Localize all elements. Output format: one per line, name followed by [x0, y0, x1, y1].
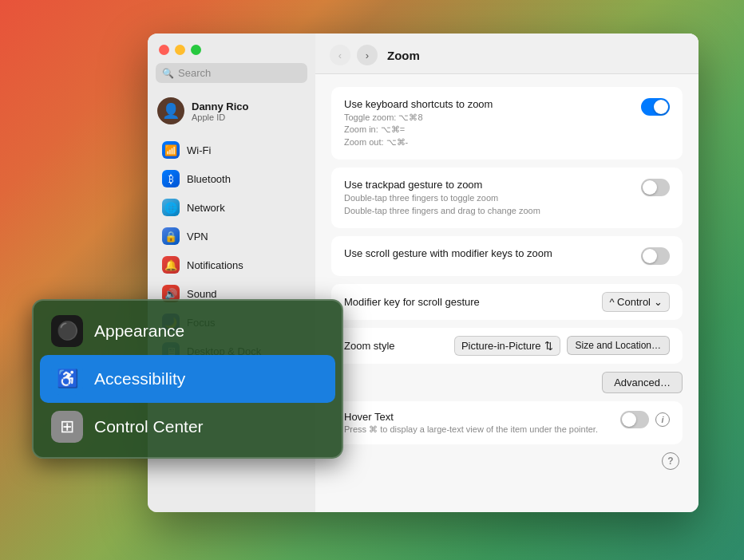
search-placeholder: Search: [178, 67, 211, 79]
bluetooth-icon: ₿: [162, 170, 180, 187]
size-location-button[interactable]: Size and Location…: [567, 336, 670, 355]
sidebar-item-bluetooth[interactable]: ₿ Bluetooth: [152, 165, 311, 192]
modifier-key-row: Modifier key for scroll gesture ^ Contro…: [331, 284, 683, 320]
main-content: ‹ › Zoom Use keyboard shortcuts to zoom …: [315, 34, 698, 512]
scroll-gesture-item: Use scroll gesture with modifier keys to…: [344, 247, 670, 265]
hover-text-subtitle: Press ⌘ to display a large-text view of …: [344, 424, 611, 435]
page-title: Zoom: [387, 49, 420, 62]
zoom-style-controls: Picture-in-Picture ⇅ Size and Location…: [454, 336, 670, 356]
popup-label-accessibility: Accessibility: [94, 369, 185, 388]
sidebar-item-notifications[interactable]: 🔔 Notifications: [152, 251, 311, 278]
trackpad-gesture-item: Use trackpad gesture to zoom Double-tap …: [344, 179, 670, 217]
keyboard-shortcuts-row: Use keyboard shortcuts to zoom Toggle zo…: [331, 87, 683, 160]
user-name: Danny Rico: [192, 101, 249, 112]
sidebar-item-network[interactable]: 🌐 Network: [152, 194, 311, 221]
control-center-icon: ⊞: [51, 411, 83, 443]
forward-icon: ›: [366, 49, 369, 61]
toolbar: ‹ › Zoom: [315, 34, 698, 74]
user-info: Danny Rico Apple ID: [192, 101, 249, 122]
modifier-key-value: ^ Control: [609, 296, 651, 308]
vpn-icon: 🔒: [162, 227, 180, 245]
hover-text-controls: i: [620, 411, 670, 428]
hover-text-info-button[interactable]: i: [655, 412, 670, 427]
back-icon: ‹: [338, 49, 342, 61]
zoom-style-arrows-icon: ⇅: [544, 340, 553, 352]
keyboard-shortcuts-item: Use keyboard shortcuts to zoom Toggle zo…: [344, 98, 670, 148]
avatar: 👤: [157, 97, 184, 124]
wifi-icon: 📶: [162, 141, 180, 159]
zoom-style-label: Zoom style: [344, 340, 395, 352]
trackpad-gesture-toggle[interactable]: [641, 179, 670, 196]
keyboard-shortcuts-title: Use keyboard shortcuts to zoom: [344, 98, 631, 110]
sidebar-label-vpn: VPN: [187, 231, 208, 243]
sidebar-label-network: Network: [187, 202, 225, 214]
scroll-gesture-label: Use scroll gesture with modifier keys to…: [344, 247, 631, 259]
modifier-key-label: Modifier key for scroll gesture: [344, 296, 480, 308]
notifications-icon: 🔔: [162, 256, 180, 274]
zoom-style-row: Zoom style Picture-in-Picture ⇅ Size and…: [331, 328, 683, 364]
trackpad-gesture-subtitle: Double-tap three fingers to toggle zoomD…: [344, 192, 631, 217]
keyboard-shortcuts-subtitle: Toggle zoom: ⌥⌘8Zoom in: ⌥⌘=Zoom out: ⌥⌘…: [344, 112, 631, 148]
advanced-button[interactable]: Advanced…: [602, 372, 683, 393]
sidebar-popup: ⚫ Appearance ♿ Accessibility ⊞ Control C…: [32, 299, 343, 459]
hover-text-toggle[interactable]: [620, 411, 649, 428]
popup-item-appearance[interactable]: ⚫ Appearance: [40, 307, 335, 355]
network-icon: 🌐: [162, 199, 180, 216]
popup-item-accessibility[interactable]: ♿ Accessibility: [40, 355, 335, 403]
user-sub: Apple ID: [192, 112, 249, 122]
popup-label-control-center: Control Center: [94, 417, 204, 436]
scroll-gesture-toggle[interactable]: [641, 247, 670, 265]
back-button[interactable]: ‹: [330, 45, 350, 65]
avatar-face: 👤: [162, 102, 180, 120]
forward-button[interactable]: ›: [357, 45, 378, 65]
maximize-button[interactable]: [191, 45, 201, 55]
trackpad-gesture-title: Use trackpad gesture to zoom: [344, 179, 631, 191]
sidebar-item-vpn[interactable]: 🔒 VPN: [152, 223, 311, 250]
content-area: Use keyboard shortcuts to zoom Toggle zo…: [315, 74, 698, 512]
search-icon: 🔍: [162, 68, 174, 79]
appearance-icon: ⚫: [51, 315, 83, 347]
hover-text-title: Hover Text: [344, 411, 611, 423]
popup-item-control-center[interactable]: ⊞ Control Center: [40, 403, 335, 451]
advanced-row: Advanced…: [331, 372, 683, 393]
help-button[interactable]: ?: [662, 452, 679, 470]
scroll-gesture-row: Use scroll gesture with modifier keys to…: [331, 236, 683, 276]
keyboard-shortcuts-label: Use keyboard shortcuts to zoom Toggle zo…: [344, 98, 631, 148]
scroll-gesture-title: Use scroll gesture with modifier keys to…: [344, 247, 631, 259]
sidebar-label-wifi: Wi-Fi: [187, 144, 211, 156]
help-row: ?: [331, 452, 683, 470]
zoom-style-dropdown[interactable]: Picture-in-Picture ⇅: [454, 336, 560, 356]
user-profile[interactable]: 👤 Danny Rico Apple ID: [148, 91, 315, 131]
trackpad-gesture-row: Use trackpad gesture to zoom Double-tap …: [331, 168, 683, 228]
sidebar-label-sound: Sound: [187, 288, 217, 300]
traffic-lights: [148, 34, 315, 63]
search-box[interactable]: 🔍 Search: [156, 63, 307, 83]
accessibility-icon: ♿: [51, 363, 83, 395]
trackpad-gesture-label: Use trackpad gesture to zoom Double-tap …: [344, 179, 631, 217]
modifier-key-chevron-icon: ⌄: [654, 296, 663, 308]
hover-text-row: Hover Text Press ⌘ to display a large-te…: [331, 401, 683, 444]
sidebar-label-bluetooth: Bluetooth: [187, 173, 231, 185]
hover-text-label: Hover Text Press ⌘ to display a large-te…: [344, 411, 611, 435]
sidebar-item-wifi[interactable]: 📶 Wi-Fi: [152, 136, 311, 164]
keyboard-shortcuts-toggle[interactable]: [641, 98, 670, 116]
modifier-key-dropdown[interactable]: ^ Control ⌄: [602, 292, 670, 312]
minimize-button[interactable]: [175, 45, 185, 55]
sidebar-label-notifications: Notifications: [187, 259, 243, 271]
close-button[interactable]: [159, 45, 169, 55]
zoom-style-value: Picture-in-Picture: [461, 340, 541, 352]
popup-label-appearance: Appearance: [94, 321, 184, 341]
